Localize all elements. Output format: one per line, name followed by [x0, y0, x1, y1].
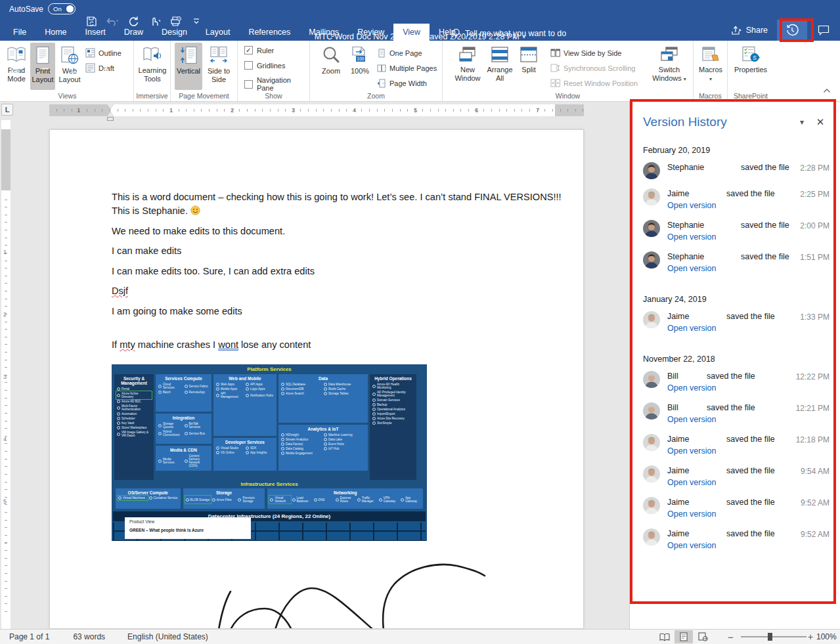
print-layout-view-icon — [680, 632, 688, 641]
azure-service-icon — [281, 438, 284, 441]
azure-services-image[interactable]: Platform Services Security & ManagementP… — [112, 364, 427, 541]
save-button[interactable] — [84, 13, 99, 29]
hanging-indent-marker[interactable] — [107, 112, 114, 116]
customize-qat-button[interactable] — [189, 13, 204, 29]
azure-item: Azure Search — [281, 392, 322, 395]
avatar — [643, 188, 660, 205]
azure-column: Security & ManagementPortalAzure Active … — [114, 374, 154, 480]
open-version-link[interactable]: Open version — [667, 232, 791, 243]
restore-button[interactable] — [60, 58, 91, 78]
ruler-ticks — [49, 109, 584, 112]
web-layout-view-button[interactable] — [694, 630, 712, 643]
azure-section-title: Networking — [267, 488, 423, 496]
minimize-button[interactable] — [30, 58, 60, 78]
open-version-link[interactable]: Open version — [667, 509, 791, 520]
zoom-out-button[interactable]: − — [728, 630, 734, 644]
azure-item: Visual Studio — [216, 446, 244, 450]
open-version-link[interactable]: Open version — [667, 477, 791, 488]
reset-window-position-icon — [550, 79, 560, 87]
azure-item: Data Catalog — [281, 447, 322, 450]
version-time: 9:52 AM — [801, 530, 829, 539]
azure-item: Operational Analytics — [372, 408, 414, 411]
navigation-pane-checkbox[interactable]: Navigation Pane — [244, 76, 309, 92]
close-button[interactable] — [91, 58, 121, 78]
version-entry-body: Jaimesaved the fileOpen version — [667, 465, 791, 488]
close-pane-icon[interactable]: ✕ — [811, 116, 829, 128]
version-author: Jaime — [667, 311, 726, 322]
left-indent-marker[interactable] — [107, 117, 114, 121]
language-indicator[interactable]: English (United States) — [127, 632, 208, 641]
azure-service-icon — [216, 394, 219, 397]
azure-section-title: Hybrid Operations — [370, 374, 416, 381]
read-mode-view-button[interactable] — [655, 630, 674, 643]
redo-button[interactable] — [126, 13, 141, 29]
horizontal-ruler[interactable]: 11234567 — [49, 104, 584, 116]
zoom-slider-thumb[interactable] — [768, 633, 772, 641]
azure-item: Virtual Network — [270, 496, 290, 503]
open-version-link[interactable]: Open version — [667, 200, 791, 211]
azure-section-title: Web and Mobile — [213, 374, 276, 381]
page-count[interactable]: Page 1 of 1 — [9, 632, 49, 641]
ribbon-display-options-button[interactable] — [0, 58, 30, 78]
version-author: Stephanie — [667, 251, 741, 263]
undo-button[interactable] — [105, 13, 120, 29]
version-entry: Stephaniesaved the fileOpen version1:51 … — [643, 247, 829, 278]
navigation-pane-checkbox-box[interactable] — [244, 80, 253, 89]
autosave-pill[interactable]: On — [48, 3, 76, 14]
version-time: 12:21 PM — [796, 404, 829, 413]
version-time: 1:51 PM — [800, 253, 829, 262]
paragraph: I can make edits too. Sure, I can add ex… — [112, 265, 575, 278]
tell-me-box[interactable]: Tell me what you want to do — [452, 28, 566, 39]
version-entry: Jaimesaved the fileOpen version9:54 AM — [643, 461, 829, 492]
avatar — [643, 220, 660, 237]
zoom-in-button[interactable]: + — [808, 630, 813, 644]
azure-item: Domain Services — [372, 398, 414, 402]
azure-item: Media Services — [158, 454, 183, 467]
word-count[interactable]: 63 words — [73, 632, 105, 641]
vertical-ruler[interactable]: 12345 — [1, 120, 11, 629]
azure-item: AD Privileged Identity Management — [372, 391, 414, 397]
collapse-ribbon-button[interactable] — [823, 84, 831, 96]
open-version-link[interactable]: Open version — [667, 446, 791, 457]
open-version-link[interactable]: Open version — [667, 323, 791, 334]
undo-icon — [106, 16, 119, 26]
azure-service-icon — [117, 412, 120, 416]
page-width-button[interactable]: Page Width — [377, 76, 427, 90]
tab-home[interactable]: Home — [35, 24, 76, 41]
version-entry: Jaimesaved the fileOpen version12:18 PM — [643, 429, 829, 461]
first-line-indent-marker[interactable] — [107, 104, 114, 109]
azure-item: Automation — [117, 412, 151, 416]
document-page[interactable]: This is a word document – checking how t… — [49, 129, 584, 629]
ruler-top-margin — [1, 129, 11, 190]
open-version-link[interactable]: Open version — [667, 414, 791, 425]
print-layout-view-button[interactable] — [674, 630, 693, 643]
tab-stop-selector[interactable]: L — [1, 104, 13, 116]
azure-item: Storage Tables — [324, 392, 365, 395]
azure-column: Web and MobileWeb AppsAPI AppsMobile App… — [213, 374, 276, 480]
touch-mode-button[interactable] — [147, 13, 162, 29]
zoom-slider-track[interactable] — [741, 636, 807, 637]
pane-options-chevron-icon[interactable]: ▾ — [793, 118, 811, 127]
azure-item: Notification Hubs — [246, 392, 273, 398]
version-time: 12:22 PM — [796, 372, 829, 381]
azure-service-icon — [185, 460, 188, 463]
azure-item: Stream Analytics — [281, 438, 322, 441]
zoom-percentage[interactable]: 100% — [816, 632, 837, 641]
version-action: saved the file — [726, 435, 775, 444]
open-version-link[interactable]: Open version — [667, 383, 791, 394]
azure-infrastructure-title: Infrastructure Services — [112, 480, 427, 488]
azure-service-icon — [158, 460, 162, 463]
document-text[interactable]: This is a word document – checking how t… — [112, 190, 575, 358]
print-preview-button[interactable] — [168, 13, 183, 29]
azure-section-title: OS/Server Compute — [116, 488, 181, 496]
azure-item: HDInsight — [281, 433, 322, 437]
open-version-link[interactable]: Open version — [667, 263, 791, 274]
azure-service-icon — [117, 417, 120, 420]
tab-file[interactable]: File — [4, 24, 35, 41]
version-author: Jaime — [667, 465, 726, 477]
ink-scribble-drawing[interactable] — [185, 552, 500, 629]
azure-section-networking: NetworkingVirtual NetworkLoad BalancerDN… — [267, 488, 423, 509]
azure-item: RemoteApp — [185, 391, 209, 394]
azure-item: StorSimple — [372, 421, 414, 425]
open-version-link[interactable]: Open version — [667, 540, 791, 551]
